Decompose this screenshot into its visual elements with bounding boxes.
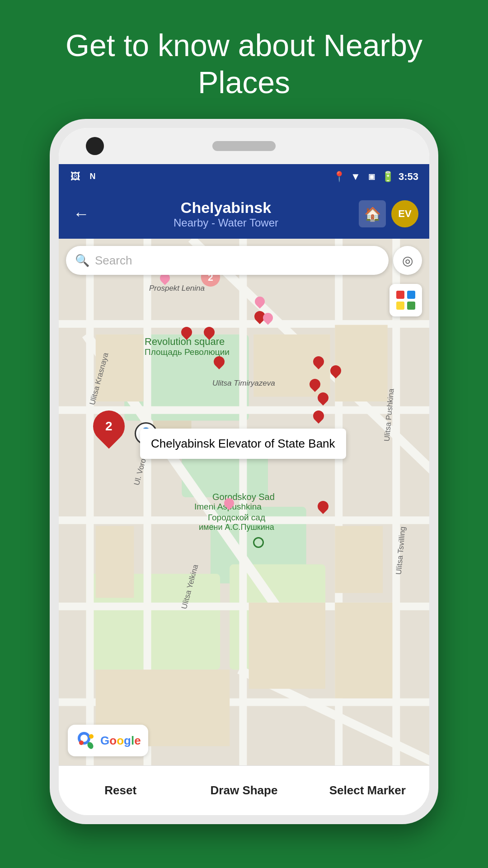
map-tooltip: Chelyabinsk Elevator of State Bank xyxy=(140,429,346,459)
map-marker-6[interactable] xyxy=(329,365,343,382)
app-bar: ← Chelyabinsk Nearby - Water Tower 🏠 EV xyxy=(59,189,429,239)
svg-rect-24 xyxy=(335,526,383,593)
reset-button[interactable]: Reset xyxy=(59,766,182,815)
svg-rect-15 xyxy=(392,239,400,765)
headline: Get to know about Nearby Places xyxy=(0,0,488,119)
search-icon: 🔍 xyxy=(75,254,89,268)
map-marker-pink-1[interactable] xyxy=(158,273,172,289)
google-logo: Google xyxy=(68,725,148,756)
location-button[interactable]: ◎ xyxy=(393,246,422,275)
select-marker-button[interactable]: Select Marker xyxy=(306,766,429,815)
logo-button[interactable]: EV xyxy=(391,200,418,227)
search-bar[interactable]: 🔍 Search xyxy=(66,246,389,275)
camera xyxy=(86,137,104,155)
grid-dot-yellow xyxy=(396,302,404,310)
map-marker-9[interactable] xyxy=(312,410,325,427)
map-marker-8[interactable] xyxy=(316,392,330,409)
location-status-icon: 📍 xyxy=(333,171,345,183)
google-text: Google xyxy=(100,734,141,748)
back-button[interactable]: ← xyxy=(70,201,93,227)
svg-point-34 xyxy=(89,734,94,739)
map-marker-green[interactable] xyxy=(253,537,264,548)
map-marker-3[interactable] xyxy=(212,356,226,373)
svg-rect-25 xyxy=(249,603,325,689)
draw-shape-button[interactable]: Draw Shape xyxy=(182,766,305,815)
status-bar: 🖼 N 📍 ▼ ▣ 🔋 3:53 xyxy=(59,164,429,189)
svg-rect-22 xyxy=(335,325,388,401)
map-marker-2[interactable] xyxy=(202,327,216,343)
grid-dot-green xyxy=(407,302,415,310)
map-marker-pink-3[interactable] xyxy=(261,313,275,329)
signal-status-icon: ▣ xyxy=(366,171,378,183)
speaker xyxy=(212,141,276,151)
battery-status-icon: 🔋 xyxy=(382,171,394,183)
wifi-status-icon: ▼ xyxy=(350,171,361,183)
search-placeholder: Search xyxy=(95,254,380,268)
svg-rect-11 xyxy=(86,239,94,765)
cluster-number: 2 xyxy=(105,419,113,434)
map-marker-10[interactable] xyxy=(316,501,330,517)
app-bar-city: Chelyabinsk xyxy=(100,199,352,217)
street-label-prospekt: Prospekt Lenina xyxy=(149,284,205,293)
street-label-timiryazeva: Ulitsa Timiryazeva xyxy=(212,379,275,388)
phone-top-bar xyxy=(59,128,429,164)
svg-rect-23 xyxy=(96,526,134,598)
map-marker-1[interactable] xyxy=(180,327,193,343)
svg-rect-27 xyxy=(335,603,392,698)
map-label-park: Gorodskoy Sad xyxy=(212,492,275,502)
status-time: 3:53 xyxy=(399,171,418,183)
phone-frame: 🖼 N 📍 ▼ ▣ 🔋 3:53 ← Chelyabinsk Nearby - … xyxy=(50,119,438,824)
grid-button[interactable] xyxy=(389,284,422,316)
app-bar-subtitle: Nearby - Water Tower xyxy=(100,217,352,229)
map-marker-5[interactable] xyxy=(312,356,325,373)
home-icon: 🏠 xyxy=(364,206,381,222)
logo-text: EV xyxy=(398,208,411,220)
image-status-icon: 🖼 xyxy=(70,171,81,183)
home-button[interactable]: 🏠 xyxy=(359,200,386,227)
grid-dot-red xyxy=(396,291,404,299)
map-marker-pink-4[interactable] xyxy=(222,498,236,514)
map-label-park-ru: Городской сад xyxy=(208,513,265,523)
bottom-bar: Reset Draw Shape Select Marker xyxy=(59,765,429,815)
grid-dot-blue xyxy=(407,291,415,299)
map-container[interactable]: 2 Prospekt Lenina Ulitsa Timiryazeva Ul.… xyxy=(59,239,429,765)
n-status-icon: N xyxy=(87,171,99,183)
svg-point-33 xyxy=(79,741,84,745)
map-marker-pink-2[interactable] xyxy=(253,297,267,313)
map-label-park-ru2: имени А.С.Пушкина xyxy=(199,523,274,532)
google-map-icon xyxy=(75,729,98,752)
location-icon: ◎ xyxy=(402,253,413,268)
map-label-revolution-ru: Площадь Революции xyxy=(145,347,230,357)
